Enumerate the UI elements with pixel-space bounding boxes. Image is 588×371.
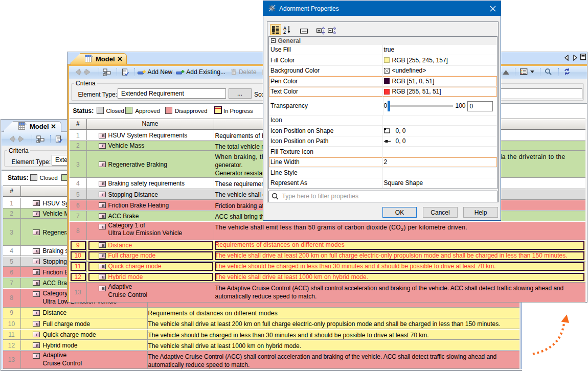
svg-text:Z: Z	[283, 30, 286, 34]
